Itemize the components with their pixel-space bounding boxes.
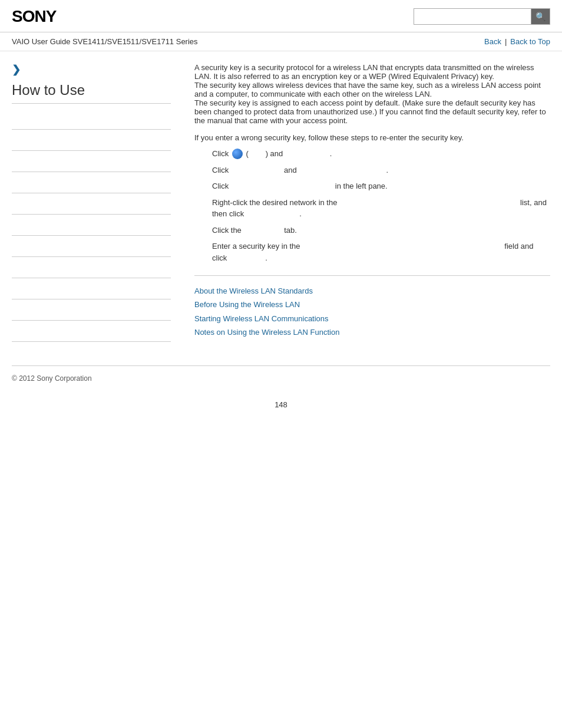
sidebar-chevron-icon: ❯ [12,63,171,76]
step-5-spaces [243,226,282,235]
step-1-spaces2 [285,149,328,158]
copyright: © 2012 Sony Corporation [12,374,92,383]
sidebar-line [12,299,171,321]
step-2-content: Click and . [212,164,550,176]
sidebar-line [12,172,171,193]
step-4-period: . [299,209,302,218]
sidebar-title: How to Use [12,82,171,104]
article-para3: The security key is assigned to each acc… [194,98,550,125]
article-intro: A security key is a security protocol fo… [194,63,550,125]
sidebar-line [12,130,171,151]
step-1-content: Click ( ) and . [212,148,550,160]
step-item: Right-click the desired network in the l… [212,197,550,220]
step-6-spaces2 [229,253,263,262]
step-5-content: Click the tab. [212,225,550,236]
article-para1: A security key is a security protocol fo… [194,63,550,81]
back-to-top-link[interactable]: Back to Top [510,37,550,46]
page-number: 148 [0,388,562,421]
search-container: 🔍 [414,8,550,25]
step-4-then-click: then click [212,209,244,218]
step-3-in-left: in the left pane. [335,182,388,190]
sidebar: ❯ How to Use [12,63,183,342]
step-item: Click ( ) and . [212,148,550,160]
search-button[interactable]: 🔍 [531,8,550,25]
step-4-spaces2 [246,209,297,218]
search-input[interactable] [414,8,531,25]
search-icon: 🔍 [535,12,546,21]
step-1-click-label: Click [212,149,231,158]
step-2-spaces2 [299,166,384,174]
related-link-3[interactable]: Starting Wireless LAN Communications [194,312,550,325]
sidebar-line [12,193,171,215]
sidebar-line [12,108,171,130]
sidebar-line [12,278,171,299]
step-4-list-and: list, and [520,198,547,207]
sony-logo: SONY [12,7,56,26]
step-3-click: Click [212,182,229,190]
windows-icon [232,149,243,159]
step-2-spaces1 [231,166,282,174]
step-4-content: Right-click the desired network in the l… [212,197,550,220]
step-item: Click the tab. [212,225,550,236]
step-6-spaces1 [302,242,503,251]
sidebar-line [12,236,171,257]
main-content: ❯ How to Use A security key is a securit… [0,51,562,354]
step-6-period: . [265,253,267,262]
sidebar-nav-lines [12,108,171,342]
step-1-period: . [330,149,332,158]
sidebar-line [12,321,171,342]
nav-links: Back | Back to Top [484,37,550,46]
step-6-enter: Enter a security key in the [212,242,300,251]
step-1-text: ( [246,149,248,158]
step-item: Enter a security key in the field and cl… [212,241,550,263]
step-item: Click in the left pane. [212,180,550,192]
step-3-content: Click in the left pane. [212,180,550,192]
sidebar-line [12,151,171,172]
step-1-and: ) and [266,149,283,158]
article-para2: The security key allows wireless devices… [194,81,550,98]
related-link-4[interactable]: Notes on Using the Wireless LAN Function [194,325,550,339]
related-link-1[interactable]: About the Wireless LAN Standards [194,284,550,298]
footer: © 2012 Sony Corporation [0,366,562,388]
sidebar-line [12,257,171,278]
step-3-spaces [231,182,333,190]
nav-title: VAIO User Guide SVE1411/SVE1511/SVE1711 … [12,37,198,46]
related-links: About the Wireless LAN Standards Before … [194,275,550,340]
step-2-click: Click [212,166,229,174]
page-header: SONY 🔍 [0,0,562,32]
related-link-2[interactable]: Before Using the Wireless LAN [194,298,550,311]
step-item: Click and . [212,164,550,176]
step-1-spaces1 [250,149,263,158]
step-5-click-the: Click the [212,226,242,235]
back-link[interactable]: Back [484,37,501,46]
step-6-content: Enter a security key in the field and cl… [212,241,550,263]
sidebar-line [12,215,171,236]
steps-list: Click ( ) and . Click [212,148,550,263]
article-content: A security key is a security protocol fo… [183,63,550,342]
nav-separator: | [505,37,507,46]
steps-intro: If you enter a wrong security key, follo… [194,133,550,142]
step-2-and: and [284,166,297,174]
step-4-right-click: Right-click the desired network in the [212,198,337,207]
step-2-period: . [386,166,389,174]
step-5-tab: tab. [284,226,297,235]
nav-bar: VAIO User Guide SVE1411/SVE1511/SVE1711 … [0,32,562,51]
step-4-spaces1 [339,198,518,207]
